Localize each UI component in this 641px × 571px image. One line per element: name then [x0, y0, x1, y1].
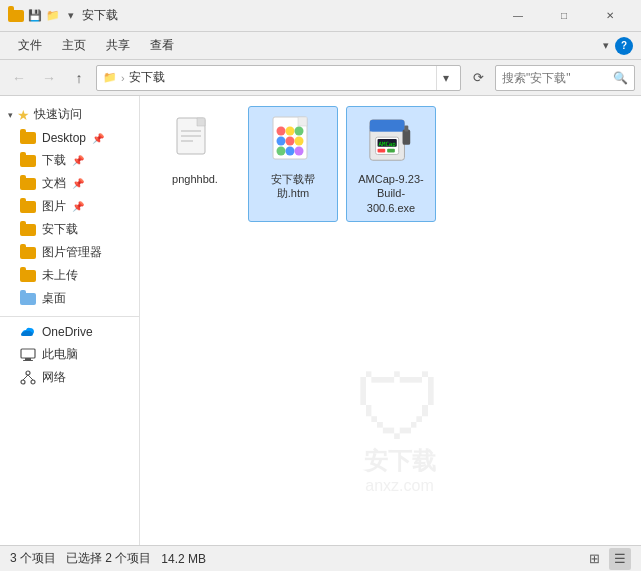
documents-folder-icon — [20, 176, 36, 192]
watermark: 🛡 安下载 anxz.com — [355, 357, 445, 495]
downloads-label: 下载 — [42, 152, 66, 169]
svg-point-18 — [277, 136, 286, 145]
sidebar-item-unuploaded[interactable]: 未上传 — [0, 264, 139, 287]
desktop-pin-icon: 📌 — [92, 133, 104, 144]
anxzai-folder-icon — [20, 222, 36, 238]
watermark-shield-icon: 🛡 — [355, 357, 445, 460]
unuploaded-folder-icon — [20, 268, 36, 284]
address-bar[interactable]: 📁 › 安下载 ▾ — [96, 65, 461, 91]
address-separator: › — [121, 72, 125, 84]
toolbar: ← → ↑ 📁 › 安下载 ▾ ⟳ 🔍 — [0, 60, 641, 96]
help-button[interactable]: ? — [615, 37, 633, 55]
address-path: 安下载 — [129, 69, 165, 86]
network-label: 网络 — [42, 369, 66, 386]
svg-rect-32 — [378, 148, 386, 152]
desktop-label: Desktop — [42, 131, 86, 145]
exe-icon: AMCap — [366, 113, 416, 168]
watermark-domain-text: anxz.com — [355, 477, 445, 495]
pictures-label: 图片 — [42, 198, 66, 215]
menu-bar: 文件 主页 共享 查看 ▾ ? — [0, 32, 641, 60]
network-icon — [20, 370, 36, 386]
documents-label: 文档 — [42, 175, 66, 192]
minimize-button[interactable]: — — [495, 0, 541, 32]
sidebar-item-network[interactable]: 网络 — [0, 366, 139, 389]
sidebar-item-picmanager[interactable]: 图片管理器 — [0, 241, 139, 264]
svg-rect-1 — [25, 358, 31, 360]
sidebar: ▾ ★ 快速访问 Desktop 📌 下载 📌 文档 📌 图片 📌 安下载 — [0, 96, 140, 545]
main-area: ▾ ★ 快速访问 Desktop 📌 下载 📌 文档 📌 图片 📌 安下载 — [0, 96, 641, 545]
files-grid: pnghhbd. — [150, 106, 631, 222]
desktop2-folder-icon — [20, 291, 36, 307]
address-folder-icon: 📁 — [103, 71, 117, 84]
svg-point-19 — [286, 136, 295, 145]
back-button[interactable]: ← — [6, 65, 32, 91]
svg-point-23 — [295, 146, 304, 155]
quick-access-header[interactable]: ▾ ★ 快速访问 — [0, 102, 139, 127]
svg-point-22 — [286, 146, 295, 155]
sidebar-item-pictures[interactable]: 图片 📌 — [0, 195, 139, 218]
sidebar-item-anxzai[interactable]: 安下载 — [0, 218, 139, 241]
sidebar-item-documents[interactable]: 文档 📌 — [0, 172, 139, 195]
menu-home[interactable]: 主页 — [52, 33, 96, 58]
file-item-htm[interactable]: 安下载帮助.htm — [248, 106, 338, 222]
svg-point-5 — [31, 380, 35, 384]
maximize-button[interactable]: □ — [541, 0, 587, 32]
svg-point-17 — [295, 126, 304, 135]
documents-pin-icon: 📌 — [72, 178, 84, 189]
picmanager-folder-icon — [20, 245, 36, 261]
title-save-icon: 💾 — [28, 9, 42, 22]
ribbon-expand-icon[interactable]: ▾ — [603, 39, 609, 52]
forward-button[interactable]: → — [36, 65, 62, 91]
downloads-pin-icon: 📌 — [72, 155, 84, 166]
sidebar-item-computer[interactable]: 此电脑 — [0, 343, 139, 366]
sidebar-item-desktop[interactable]: Desktop 📌 — [0, 127, 139, 149]
item-count: 3 个项目 — [10, 550, 56, 567]
close-button[interactable]: ✕ — [587, 0, 633, 32]
svg-rect-0 — [21, 349, 35, 358]
search-bar[interactable]: 🔍 — [495, 65, 635, 91]
selected-info: 已选择 2 个项目 — [66, 550, 151, 567]
menu-share[interactable]: 共享 — [96, 33, 140, 58]
title-dropdown-btn[interactable]: ▾ — [68, 9, 74, 22]
svg-point-21 — [277, 146, 286, 155]
quick-access-chevron: ▾ — [8, 110, 13, 120]
file-item-pnghhbd[interactable]: pnghhbd. — [150, 106, 240, 222]
svg-point-16 — [286, 126, 295, 135]
pnghhbd-label: pnghhbd. — [172, 172, 218, 186]
quick-access-star-icon: ★ — [17, 107, 30, 123]
unuploaded-label: 未上传 — [42, 267, 78, 284]
sidebar-item-desktop2[interactable]: 桌面 — [0, 287, 139, 310]
file-item-exe[interactable]: AMCap AMCap-9.23-Build-300.6.exe — [346, 106, 436, 222]
desktop-folder-icon — [20, 130, 36, 146]
sidebar-item-onedrive[interactable]: OneDrive — [0, 321, 139, 343]
exe-label: AMCap-9.23-Build-300.6.exe — [353, 172, 429, 215]
menu-file[interactable]: 文件 — [8, 33, 52, 58]
svg-rect-28 — [404, 125, 408, 131]
pictures-pin-icon: 📌 — [72, 201, 84, 212]
search-input[interactable] — [502, 71, 609, 85]
svg-marker-14 — [298, 117, 307, 126]
app-icon — [8, 8, 24, 24]
view-grid-button[interactable]: ⊞ — [583, 548, 605, 570]
svg-line-7 — [28, 375, 33, 380]
svg-text:AMCap: AMCap — [378, 140, 396, 147]
svg-point-3 — [26, 371, 30, 375]
pictures-folder-icon — [20, 199, 36, 215]
up-button[interactable]: ↑ — [66, 65, 92, 91]
sidebar-item-downloads[interactable]: 下载 📌 — [0, 149, 139, 172]
watermark-brand-text: 安下载 — [355, 445, 445, 477]
title-bar-icons: 💾 📁 ▾ — [8, 8, 74, 24]
svg-rect-2 — [23, 360, 33, 361]
refresh-button[interactable]: ⟳ — [465, 65, 491, 91]
address-dropdown[interactable]: ▾ — [436, 66, 454, 90]
svg-marker-9 — [197, 118, 205, 126]
menu-view[interactable]: 查看 — [140, 33, 184, 58]
computer-icon — [20, 347, 36, 363]
file-area: 🛡 安下载 anxz.com pnghhbd. — [140, 96, 641, 545]
onedrive-icon — [20, 324, 36, 340]
view-list-button[interactable]: ☰ — [609, 548, 631, 570]
svg-point-20 — [295, 136, 304, 145]
anxzai-label: 安下载 — [42, 221, 78, 238]
view-controls: ⊞ ☰ — [583, 548, 631, 570]
search-icon[interactable]: 🔍 — [613, 71, 628, 85]
